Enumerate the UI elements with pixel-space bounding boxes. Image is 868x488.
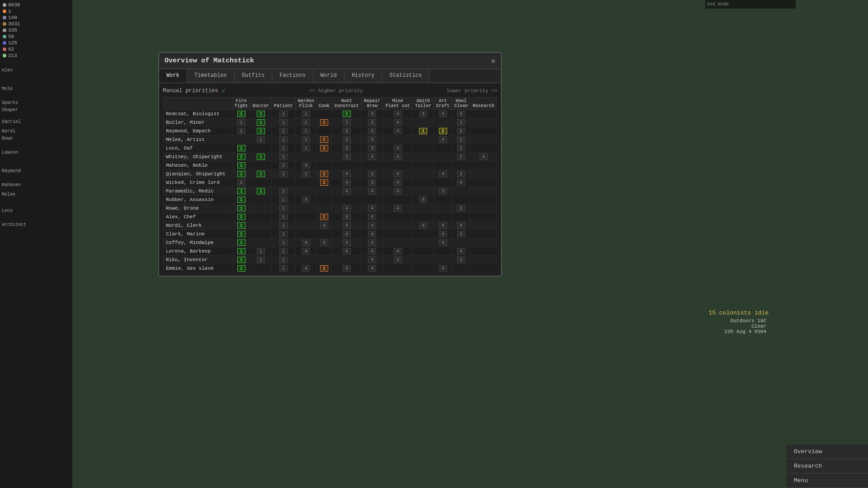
work-cell[interactable]: 4 [383,256,413,264]
work-cell[interactable]: · [413,264,434,273]
tab-factions[interactable]: Factions [272,69,313,83]
work-cell[interactable]: 1 [271,239,295,247]
work-cell[interactable]: 3 [332,118,362,127]
work-cell[interactable]: · [434,196,452,204]
work-cell[interactable]: · [470,170,497,178]
work-cell[interactable]: · [383,161,413,170]
work-cell[interactable]: 4 [332,178,362,187]
work-cell[interactable]: · [316,153,332,161]
work-cell[interactable]: · [452,239,470,247]
work-cell[interactable]: 1 [271,247,295,256]
work-cell[interactable]: · [413,230,434,239]
work-cell[interactable]: 3 [332,144,362,153]
work-cell[interactable]: · [332,161,362,170]
tab-world[interactable]: World [313,69,344,83]
work-cell[interactable]: · [232,136,250,144]
work-cell[interactable]: · [316,161,332,170]
work-cell[interactable]: · [470,161,497,170]
work-cell[interactable]: · [383,213,413,221]
work-cell[interactable]: 1 [232,204,250,213]
work-cell[interactable]: · [362,161,383,170]
work-cell[interactable]: 4 [383,187,413,196]
work-cell[interactable]: 4 [332,187,362,196]
work-cell[interactable]: · [452,264,470,273]
check-icon[interactable]: ✓ [222,87,225,94]
work-cell[interactable]: 1 [271,230,295,239]
work-cell[interactable]: 2 [452,136,470,144]
work-cell[interactable]: · [250,204,272,213]
work-cell[interactable]: 4 [362,213,383,221]
work-cell[interactable]: · [383,136,413,144]
work-cell[interactable]: · [470,247,497,256]
work-cell[interactable]: · [470,204,497,213]
work-cell[interactable]: · [250,239,272,247]
table-row[interactable]: Clark, Marine1·1··44··44· [163,230,497,239]
work-cell[interactable]: 4 [295,247,316,256]
work-cell[interactable]: · [413,204,434,213]
work-cell[interactable]: · [250,178,272,187]
work-cell[interactable]: 2 [452,127,470,136]
table-row[interactable]: Coffey, Mindwipe1·14444··4·· [163,239,497,247]
work-cell[interactable]: · [295,221,316,230]
work-cell[interactable]: · [413,213,434,221]
work-cell[interactable]: · [250,221,272,230]
work-cell[interactable]: 4 [332,213,362,221]
work-cell[interactable]: 1 [232,247,250,256]
work-cell[interactable]: 4 [316,221,332,230]
work-cell[interactable]: · [470,230,497,239]
work-cell[interactable]: · [470,144,497,153]
work-cell[interactable]: 3 [362,110,383,118]
work-cell[interactable]: 1 [250,256,272,264]
work-cell[interactable]: 3 [362,127,383,136]
work-cell[interactable]: 1 [271,153,295,161]
work-cell[interactable]: · [470,178,497,187]
work-cell[interactable]: 1 [271,118,295,127]
table-row[interactable]: Alex, Chef1·1·244····· [163,213,497,221]
work-cell[interactable]: 1 [232,144,250,153]
work-cell[interactable]: · [316,110,332,118]
work-cell[interactable]: 1 [232,230,250,239]
work-cell[interactable]: · [295,153,316,161]
table-row[interactable]: Loco, Oaf1·112334··2· [163,144,497,153]
work-cell[interactable]: 2 [316,144,332,153]
tab-timetables[interactable]: Timetables [187,69,235,83]
work-cell[interactable]: 4 [362,187,383,196]
work-cell[interactable]: 4 [295,161,316,170]
work-cell[interactable]: · [434,144,452,153]
work-cell[interactable]: 1 [232,264,250,273]
work-cell[interactable]: 4 [470,153,497,161]
work-cell[interactable]: 1 [271,264,295,273]
work-cell[interactable]: 4 [452,247,470,256]
work-cell[interactable]: · [316,187,332,196]
work-cell[interactable]: 1 [250,153,272,161]
work-cell[interactable]: · [470,136,497,144]
table-row[interactable]: Butler, Miner11112334··3· [163,118,497,127]
work-cell[interactable]: 4 [316,239,332,247]
menu-button[interactable]: Menu [787,474,868,488]
work-cell[interactable]: 4 [383,153,413,161]
work-cell[interactable]: 4 [332,247,362,256]
tab-history[interactable]: History [344,69,382,83]
work-cell[interactable]: 4 [362,239,383,247]
work-cell[interactable]: 4 [434,110,452,118]
work-cell[interactable]: · [470,264,497,273]
work-cell[interactable]: 2 [316,118,332,127]
work-cell[interactable]: 4 [362,221,383,230]
work-cell[interactable]: · [413,144,434,153]
work-cell[interactable]: 1 [271,221,295,230]
work-cell[interactable]: · [434,204,452,213]
work-cell[interactable]: · [470,110,497,118]
work-cell[interactable]: · [470,196,497,204]
work-cell[interactable]: 4 [383,247,413,256]
work-cell[interactable]: · [470,213,497,221]
work-cell[interactable]: · [295,256,316,264]
work-cell[interactable]: · [295,178,316,187]
work-cell[interactable]: 1 [332,110,362,118]
work-cell[interactable]: 1 [295,144,316,153]
work-cell[interactable]: 4 [434,264,452,273]
work-cell[interactable]: · [250,213,272,221]
work-cell[interactable]: 3 [452,170,470,178]
work-cell[interactable]: 1 [232,118,250,127]
work-cell[interactable]: · [413,161,434,170]
work-cell[interactable]: · [250,196,272,204]
